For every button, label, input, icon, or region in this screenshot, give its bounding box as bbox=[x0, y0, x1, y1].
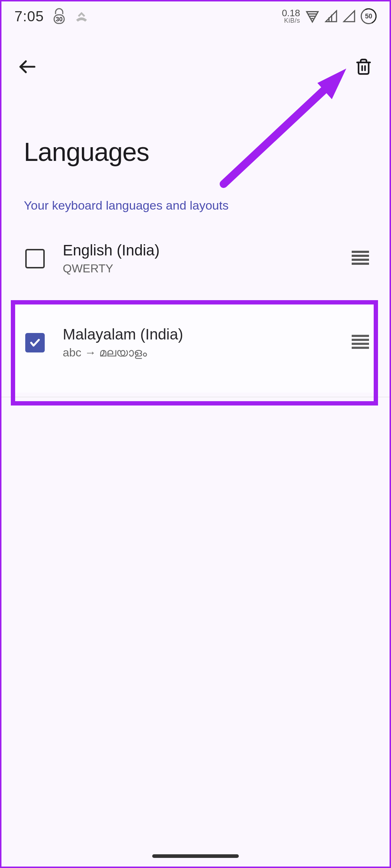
language-layout: QWERTY bbox=[63, 262, 333, 275]
back-button[interactable] bbox=[17, 56, 38, 78]
status-bar: 7:05 30 0.18 KiB/s bbox=[0, 0, 391, 32]
svg-rect-10 bbox=[352, 263, 369, 265]
page-title: Languages bbox=[24, 137, 149, 167]
signal-icon-1 bbox=[325, 10, 338, 23]
delete-button[interactable] bbox=[353, 56, 374, 78]
signal-icon-2 bbox=[343, 10, 356, 23]
arrow-left-icon bbox=[18, 57, 37, 76]
language-text: English (India) QWERTY bbox=[63, 242, 333, 275]
status-clock: 7:05 bbox=[14, 8, 44, 25]
svg-rect-8 bbox=[352, 255, 369, 257]
svg-rect-7 bbox=[352, 251, 369, 253]
section-label: Your keyboard languages and layouts bbox=[24, 198, 229, 212]
language-layout: abc → മലയാളം bbox=[63, 346, 333, 359]
language-name: Malayalam (India) bbox=[63, 326, 333, 343]
drag-handle-icon[interactable] bbox=[351, 335, 369, 351]
language-row-english[interactable]: English (India) QWERTY bbox=[0, 227, 391, 290]
gesture-nav-bar[interactable] bbox=[152, 854, 239, 858]
notification-lock-icon: 30 bbox=[50, 7, 69, 26]
network-speed: 0.18 KiB/s bbox=[282, 9, 300, 23]
svg-rect-13 bbox=[352, 343, 369, 345]
checkbox-english[interactable] bbox=[25, 249, 45, 268]
toolbar bbox=[0, 47, 391, 87]
divider bbox=[1, 397, 390, 397]
svg-line-5 bbox=[224, 79, 335, 184]
language-text: Malayalam (India) abc → മലയാളം bbox=[63, 326, 333, 359]
svg-rect-12 bbox=[352, 339, 369, 341]
svg-rect-14 bbox=[352, 347, 369, 349]
svg-text:30: 30 bbox=[56, 16, 62, 23]
language-row-malayalam[interactable]: Malayalam (India) abc → മലയാളം bbox=[0, 311, 391, 374]
battery-indicator: 50 bbox=[361, 8, 377, 24]
svg-rect-9 bbox=[352, 259, 369, 261]
language-name: English (India) bbox=[63, 242, 333, 259]
svg-rect-11 bbox=[352, 335, 369, 337]
screenshot-frame bbox=[0, 0, 391, 868]
wifi-icon bbox=[305, 9, 320, 23]
checkbox-malayalam[interactable] bbox=[25, 333, 45, 352]
drag-handle-icon[interactable] bbox=[351, 251, 369, 267]
language-list: English (India) QWERTY Malayalam (India)… bbox=[0, 227, 391, 374]
missed-call-icon bbox=[74, 9, 89, 23]
trash-icon bbox=[355, 58, 372, 75]
check-icon bbox=[29, 337, 41, 348]
